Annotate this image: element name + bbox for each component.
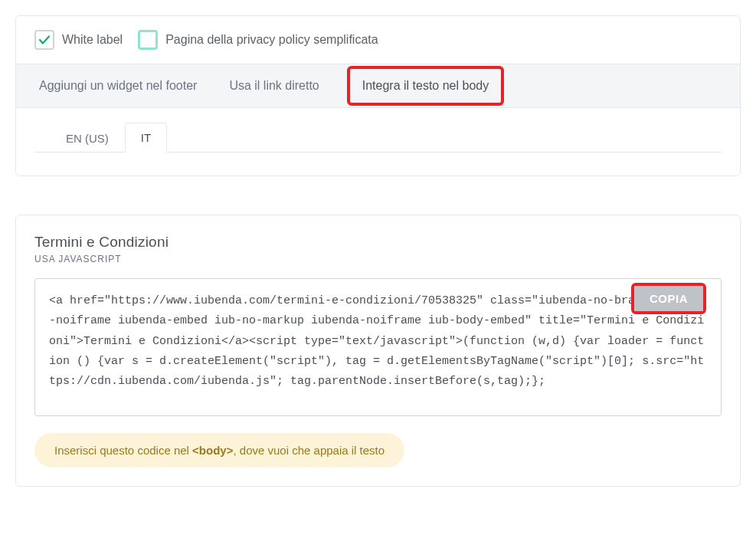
white-label-option: White label: [34, 30, 123, 50]
terms-title: Termini e Condizioni: [34, 234, 722, 251]
code-container: <a href="https://www.iubenda.com/termini…: [34, 278, 722, 416]
check-icon: [38, 33, 51, 47]
white-label-checkbox[interactable]: [34, 30, 54, 50]
language-tabs: EN (US) IT: [34, 122, 722, 153]
copy-button-highlight: COPIA: [631, 283, 706, 314]
hint-suffix: , dove vuoi che appaia il testo: [233, 444, 385, 457]
tab-embed-body[interactable]: Integra il testo nel body: [347, 66, 504, 106]
terms-section: Termini e Condizioni USA JAVASCRIPT <a h…: [15, 215, 741, 487]
hint-bold: <body>: [192, 444, 233, 457]
language-tabs-container: EN (US) IT: [16, 108, 740, 176]
integration-tabs: Aggiungi un widget nel footer Usa il lin…: [16, 64, 740, 108]
tab-direct-link[interactable]: Usa il link diretto: [224, 67, 323, 105]
simplified-privacy-option: Pagina della privacy policy semplificata: [138, 30, 378, 50]
hint-prefix: Inserisci questo codice nel: [54, 444, 192, 457]
options-row: White label Pagina della privacy policy …: [16, 16, 740, 64]
lang-tab-en[interactable]: EN (US): [50, 123, 125, 153]
simplified-privacy-checkbox[interactable]: [138, 30, 158, 50]
integration-panel: White label Pagina della privacy policy …: [15, 15, 741, 176]
copy-button[interactable]: COPIA: [634, 286, 703, 311]
simplified-privacy-label: Pagina della privacy policy semplificata: [165, 33, 378, 47]
code-snippet[interactable]: <a href="https://www.iubenda.com/termini…: [34, 278, 722, 416]
terms-subtitle: USA JAVASCRIPT: [34, 254, 722, 264]
insert-hint: Inserisci questo codice nel <body>, dove…: [34, 433, 404, 468]
lang-tab-it[interactable]: IT: [125, 123, 167, 153]
white-label-label: White label: [62, 33, 123, 47]
tab-widget-footer[interactable]: Aggiungi un widget nel footer: [34, 67, 201, 105]
